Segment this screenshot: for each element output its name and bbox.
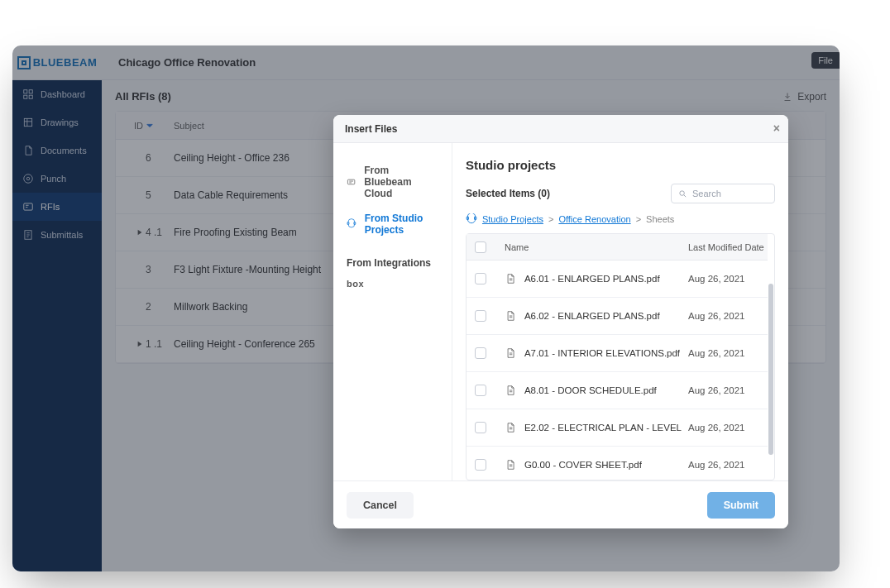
modal-title: Insert Files: [345, 123, 397, 135]
file-icon: [505, 459, 516, 471]
file-icon: [505, 347, 516, 359]
file-icon: [505, 422, 516, 433]
file-name: A7.01 - INTERIOR ELEVATIONS.pdf: [524, 348, 688, 358]
source-bluebeam-cloud[interactable]: From Bluebeam Cloud: [337, 158, 448, 206]
svg-rect-9: [347, 179, 354, 184]
file-table: Name Last Modified Date A6.01 - ENLARGED…: [466, 233, 775, 480]
box-logo-icon: box: [347, 279, 364, 289]
file-icon: [505, 385, 516, 396]
breadcrumb-current: Sheets: [646, 214, 674, 224]
file-row[interactable]: G0.00 - COVER SHEET.pdfAug 26, 2021: [467, 447, 768, 480]
search-input[interactable]: Search: [671, 184, 775, 203]
studio-icon: [466, 213, 477, 225]
file-date: Aug 26, 2021: [688, 460, 768, 470]
file-checkbox[interactable]: [475, 310, 486, 322]
breadcrumb-project[interactable]: Office Renovation: [558, 214, 630, 224]
app-window: BLUEBEAM Chicago Office Renovation File …: [12, 45, 840, 571]
file-checkbox[interactable]: [475, 385, 486, 396]
source-column: From Bluebeam Cloud From Studio Projects…: [333, 143, 452, 480]
file-table-header: Name Last Modified Date: [467, 234, 768, 261]
close-icon[interactable]: ×: [773, 122, 780, 135]
breadcrumb: Studio Projects > Office Renovation > Sh…: [466, 213, 775, 225]
studio-icon: [347, 218, 356, 231]
file-checkbox[interactable]: [475, 459, 486, 471]
file-row[interactable]: A7.01 - INTERIOR ELEVATIONS.pdfAug 26, 2…: [467, 335, 768, 372]
picker-title: Studio projects: [466, 158, 775, 172]
file-name: A6.01 - ENLARGED PLANS.pdf: [524, 274, 688, 284]
search-placeholder: Search: [692, 189, 721, 198]
file-checkbox[interactable]: [475, 422, 486, 433]
cancel-button[interactable]: Cancel: [347, 492, 414, 519]
file-name: E2.02 - ELECTRICAL PLAN - LEVEL: [524, 423, 688, 433]
submit-button[interactable]: Submit: [707, 492, 775, 519]
selected-items-label: Selected Items (0): [466, 188, 550, 199]
svg-point-12: [680, 190, 685, 195]
file-date: Aug 26, 2021: [688, 274, 768, 284]
file-date: Aug 26, 2021: [688, 385, 768, 395]
file-name: G0.00 - COVER SHEET.pdf: [524, 460, 688, 470]
file-row[interactable]: A6.02 - ENLARGED PLANS.pdfAug 26, 2021: [467, 298, 768, 335]
file-icon: [505, 273, 516, 284]
file-picker: Studio projects Selected Items (0) Searc…: [452, 143, 788, 480]
file-icon: [505, 310, 516, 322]
integrations-section-label: From Integrations: [337, 242, 448, 272]
cloud-icon: [347, 175, 356, 189]
modal-footer: Cancel Submit: [333, 480, 788, 528]
insert-files-modal: Insert Files × From Bluebeam Cloud From …: [333, 115, 788, 528]
file-name: A8.01 - DOOR SCHEDULE.pdf: [524, 385, 688, 395]
search-icon: [678, 189, 687, 198]
file-name: A6.02 - ENLARGED PLANS.pdf: [524, 311, 688, 321]
column-name[interactable]: Name: [486, 242, 688, 252]
file-date: Aug 26, 2021: [688, 311, 768, 321]
source-studio-projects[interactable]: From Studio Projects: [337, 206, 448, 242]
scrollbar[interactable]: [768, 234, 774, 480]
file-date: Aug 26, 2021: [688, 423, 768, 433]
file-row[interactable]: E2.02 - ELECTRICAL PLAN - LEVELAug 26, 2…: [467, 409, 768, 447]
select-all-checkbox[interactable]: [475, 241, 486, 253]
file-checkbox[interactable]: [475, 347, 486, 359]
file-checkbox[interactable]: [475, 273, 486, 284]
file-date: Aug 26, 2021: [688, 348, 768, 358]
file-row[interactable]: A6.01 - ENLARGED PLANS.pdfAug 26, 2021: [467, 261, 768, 298]
modal-header: Insert Files ×: [333, 115, 788, 143]
file-row[interactable]: A8.01 - DOOR SCHEDULE.pdfAug 26, 2021: [467, 372, 768, 409]
source-box[interactable]: box: [337, 272, 448, 295]
column-date[interactable]: Last Modified Date: [688, 242, 768, 252]
breadcrumb-root[interactable]: Studio Projects: [482, 214, 543, 224]
